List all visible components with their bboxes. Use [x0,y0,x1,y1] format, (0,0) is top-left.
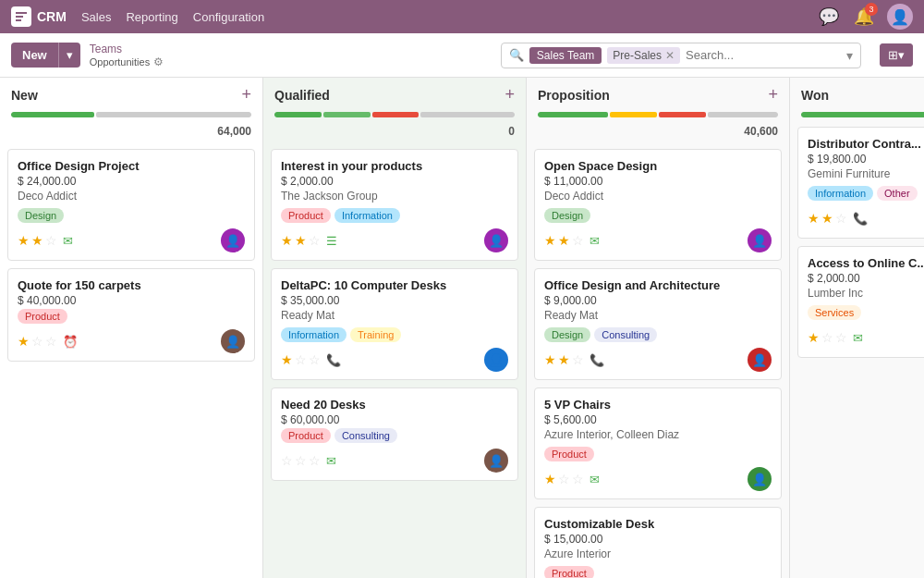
star-1[interactable]: ★ [544,233,556,248]
star-3[interactable]: ☆ [309,453,321,468]
tag-product[interactable]: Product [281,208,331,223]
clock-icon[interactable]: ⏰ [63,335,78,349]
star-2[interactable]: ★ [295,233,307,248]
star-rating[interactable]: ☆☆☆ [281,453,321,468]
tag-services[interactable]: Services [808,305,861,320]
tag-product[interactable]: Product [544,447,594,461]
card-footer: ★☆☆ 📞 👤 [281,348,508,372]
settings-icon[interactable]: ⚙ [153,55,164,68]
tag-information[interactable]: Information [281,327,346,342]
tag-product[interactable]: Product [544,566,594,578]
kanban-card[interactable]: Access to Online C... $ 2,000.00 Lumber … [797,246,924,358]
star-2[interactable]: ☆ [558,472,570,486]
tag-design[interactable]: Design [544,327,590,342]
col-add-new[interactable]: + [241,85,251,105]
star-rating[interactable]: ★☆☆ [808,330,847,345]
card-company: Gemini Furniture [808,167,924,180]
star-3[interactable]: ☆ [572,472,584,486]
star-3[interactable]: ☆ [572,233,584,248]
email-icon[interactable]: ✉ [63,234,73,248]
col-add-proposition[interactable]: + [768,85,778,105]
chat-icon[interactable]: 💬 [817,5,841,29]
kanban-view-button[interactable]: ⊞▾ [880,43,913,67]
filter-remove-icon[interactable]: ✕ [665,49,675,62]
user-avatar[interactable]: 👤 [887,4,913,30]
new-button[interactable]: New [11,43,58,68]
kanban-card[interactable]: Quote for 150 carpets $ 40,000.00 Produc… [7,268,255,362]
star-1[interactable]: ★ [18,334,30,349]
kanban-card[interactable]: Customizable Desk $ 15,000.00 Azure Inte… [534,507,782,578]
star-rating[interactable]: ★☆☆ [18,334,57,349]
tag-training[interactable]: Training [350,327,401,342]
star-rating[interactable]: ★★☆ [544,233,584,248]
search-dropdown-icon[interactable]: ▾ [846,48,853,63]
tag-design[interactable]: Design [18,208,64,223]
progress-segment [11,112,94,117]
star-1[interactable]: ★ [808,211,820,226]
filter-tag-sales-team[interactable]: Sales Team [529,47,602,64]
kanban-card[interactable]: Distributor Contra... $ 19,800.00 Gemini… [797,127,924,239]
star-2[interactable]: ☆ [31,334,43,349]
star-2[interactable]: ★ [821,211,833,226]
menu-configuration[interactable]: Configuration [193,10,264,24]
star-3[interactable]: ☆ [835,330,847,345]
star-2[interactable]: ☆ [295,453,307,468]
star-rating[interactable]: ★☆☆ [281,352,321,367]
tag-information[interactable]: Information [334,208,400,223]
kanban-card[interactable]: Office Design Project $ 24,000.00 Deco A… [7,149,255,261]
star-1[interactable]: ★ [18,233,30,248]
tag-information[interactable]: Information [808,186,873,201]
kanban-card[interactable]: DeltaPC: 10 Computer Desks $ 35,000.00 R… [271,268,518,380]
menu-reporting[interactable]: Reporting [126,10,177,24]
top-menu: Sales Reporting Configuration [81,10,264,24]
star-3[interactable]: ☆ [309,233,321,248]
phone-icon[interactable]: 📞 [326,353,341,367]
kanban-card[interactable]: Interest in your products $ 2,000.00 The… [271,149,518,261]
phone-icon[interactable]: 📞 [853,212,868,226]
star-2[interactable]: ★ [31,233,43,248]
star-rating[interactable]: ★★☆ [544,352,584,367]
star-1[interactable]: ★ [808,330,820,345]
star-3[interactable]: ☆ [45,233,57,248]
star-1[interactable]: ☆ [281,453,293,468]
star-1[interactable]: ★ [544,352,556,367]
star-2[interactable]: ☆ [295,352,307,367]
phone-icon[interactable]: 📞 [590,353,604,367]
tag-other[interactable]: Other [877,186,918,201]
tag-product[interactable]: Product [281,428,331,443]
email-icon[interactable]: ✉ [590,473,600,486]
activity-icon[interactable]: 🔔 3 [852,5,876,29]
tag-consulting[interactable]: Consulting [594,327,657,342]
email-icon[interactable]: ✉ [853,331,863,345]
star-1[interactable]: ★ [544,472,556,486]
star-rating[interactable]: ★★☆ [18,233,57,248]
tag-product[interactable]: Product [18,309,67,324]
email-icon[interactable]: ✉ [590,234,600,248]
new-dropdown-button[interactable]: ▾ [58,43,80,68]
star-1[interactable]: ★ [281,352,293,367]
kanban-card[interactable]: 5 VP Chairs $ 5,600.00 Azure Interior, C… [534,387,782,499]
tag-consulting[interactable]: Consulting [334,428,397,443]
star-3[interactable]: ☆ [572,352,584,367]
star-1[interactable]: ★ [281,233,293,248]
kanban-card[interactable]: Office Design and Architecture $ 9,000.0… [534,268,782,380]
star-2[interactable]: ☆ [821,330,833,345]
star-rating[interactable]: ★★☆ [281,233,321,248]
star-3[interactable]: ☆ [45,334,57,349]
menu-sales[interactable]: Sales [81,10,112,24]
col-add-qualified[interactable]: + [505,85,515,105]
breadcrumb-link[interactable]: Teams [90,43,164,55]
tag-design[interactable]: Design [544,208,590,223]
star-rating[interactable]: ★☆☆ [544,472,584,486]
star-3[interactable]: ☆ [835,211,847,226]
kanban-card[interactable]: Open Space Design $ 11,000.00 Deco Addic… [534,149,782,261]
star-2[interactable]: ★ [558,352,570,367]
kanban-card[interactable]: Need 20 Desks $ 60,000.00 ProductConsult… [271,387,518,481]
star-rating[interactable]: ★★☆ [808,211,847,226]
search-input[interactable] [686,48,841,62]
email-icon[interactable]: ✉ [326,454,336,468]
list-icon[interactable]: ☰ [326,234,337,248]
star-3[interactable]: ☆ [309,352,321,367]
filter-tag-presales[interactable]: Pre-Sales ✕ [607,47,680,64]
star-2[interactable]: ★ [558,233,570,248]
